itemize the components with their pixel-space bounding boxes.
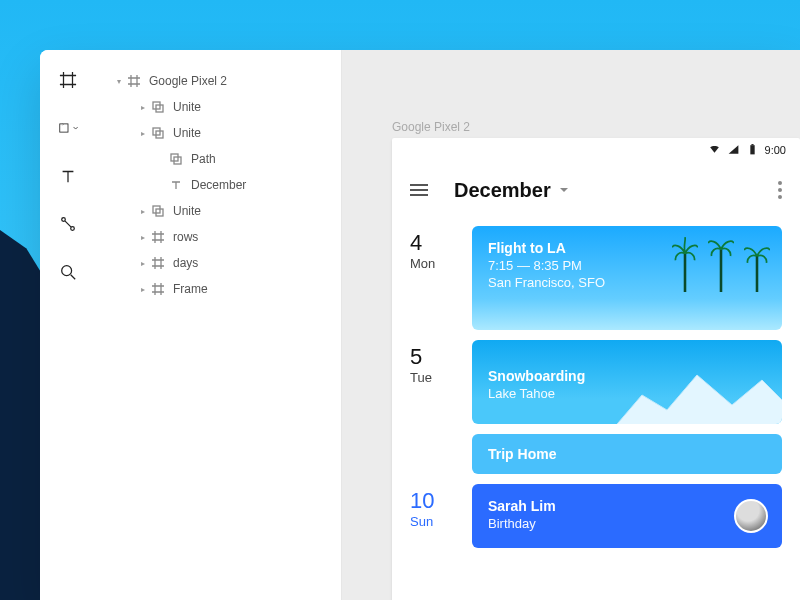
layer-name: Path [191,152,216,166]
layer-item[interactable]: ▸Frame [96,276,335,302]
event-title: Sarah Lim [488,498,766,514]
palm-trees-decor [672,232,770,296]
svg-point-1 [62,218,66,222]
frame-icon [151,256,165,270]
layer-name: Google Pixel 2 [149,74,227,88]
design-tool-window: ▾ Google Pixel 2 ▸Unite ▸Unite Path Dece… [40,50,800,600]
svg-point-2 [71,227,75,231]
pen-tool[interactable] [58,214,78,234]
layer-item[interactable]: ▸Unite [96,120,335,146]
overflow-menu-icon[interactable] [778,181,782,199]
frame-icon [151,282,165,296]
canvas-area[interactable]: Google Pixel 2 9:00 December 4 Mon [342,50,800,600]
text-icon [169,178,183,192]
event-card-flight[interactable]: Flight to LA 7:15 — 8:35 PM San Francisc… [472,226,782,330]
chevron-right-icon: ▸ [138,207,147,216]
cell-signal-icon [727,143,740,158]
layer-item[interactable]: Path [96,146,335,172]
text-tool[interactable] [58,166,78,186]
svg-point-3 [62,266,72,276]
search-tool[interactable] [58,262,78,282]
layer-name: December [191,178,246,192]
layer-item[interactable]: ▸days [96,250,335,276]
chevron-right-icon: ▸ [138,129,147,138]
chevron-down-icon[interactable] [559,181,569,199]
layer-item[interactable]: ▸rows [96,224,335,250]
chevron-right-icon: ▸ [138,103,147,112]
shape-tool[interactable] [58,118,78,138]
frame-icon [127,74,141,88]
subtract-icon [151,100,165,114]
subtract-icon [169,152,183,166]
layer-root[interactable]: ▾ Google Pixel 2 [96,68,335,94]
subtract-icon [151,126,165,140]
date-column: 10 Sun [410,484,454,548]
chevron-right-icon: ▸ [138,285,147,294]
layer-name: rows [173,230,198,244]
menu-icon[interactable] [410,184,428,196]
svg-rect-12 [750,145,754,154]
chevron-right-icon: ▸ [138,233,147,242]
layer-name: Frame [173,282,208,296]
event-card-birthday[interactable]: Sarah Lim Birthday [472,484,782,548]
chevron-down-icon: ▾ [114,77,123,86]
layer-item[interactable]: ▸Unite [96,198,335,224]
layer-name: days [173,256,198,270]
battery-icon [746,143,759,158]
layer-item[interactable]: December [96,172,335,198]
month-selector-label[interactable]: December [454,179,551,202]
date-column: 5 Tue [410,340,454,474]
wifi-icon [708,143,721,158]
event-card-trip[interactable]: Trip Home [472,434,782,474]
avatar [734,499,768,533]
date-number: 10 [410,488,454,514]
date-weekday: Mon [410,256,454,271]
layer-item[interactable]: ▸Unite [96,94,335,120]
agenda-list[interactable]: 4 Mon Flight to LA 7:15 — 8:35 PM San Fr… [392,218,800,600]
layer-name: Unite [173,126,201,140]
subtract-icon [151,204,165,218]
status-time: 9:00 [765,144,786,156]
tool-toolbar [40,50,96,600]
date-number: 4 [410,230,454,256]
android-status-bar: 9:00 [392,138,800,162]
date-weekday: Sun [410,514,454,529]
date-weekday: Tue [410,370,454,385]
agenda-entry: 10 Sun Sarah Lim Birthday [410,484,782,548]
layer-name: Unite [173,100,201,114]
frame-icon [151,230,165,244]
event-subtitle: Birthday [488,516,766,531]
frame-title[interactable]: Google Pixel 2 [392,120,470,134]
date-column: 4 Mon [410,226,454,330]
svg-rect-13 [751,144,753,145]
layer-name: Unite [173,204,201,218]
date-number: 5 [410,344,454,370]
agenda-entry: 4 Mon Flight to LA 7:15 — 8:35 PM San Fr… [410,226,782,330]
frame-tool[interactable] [58,70,78,90]
calendar-app-header: December [392,162,800,218]
chevron-right-icon: ▸ [138,259,147,268]
mountain-decor [612,360,782,424]
device-frame[interactable]: 9:00 December 4 Mon Flight to LA [392,138,800,600]
event-card-snow[interactable]: Snowboarding Lake Tahoe [472,340,782,424]
event-title: Trip Home [488,446,766,462]
svg-rect-0 [60,124,68,132]
agenda-entry: 5 Tue Snowboarding Lake Tahoe [410,340,782,474]
layers-panel: ▾ Google Pixel 2 ▸Unite ▸Unite Path Dece… [96,50,342,600]
